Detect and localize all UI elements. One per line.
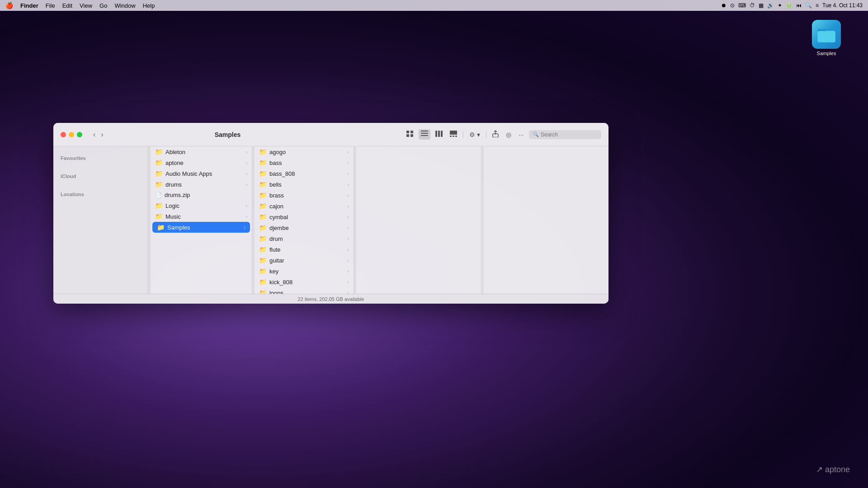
toolbar-divider — [463, 131, 463, 138]
list-item[interactable]: 📁 key › — [255, 266, 354, 277]
folder-icon: 📁 — [259, 289, 267, 294]
menu-finder[interactable]: Finder — [20, 2, 38, 9]
gallery-view-button[interactable] — [448, 129, 459, 140]
menu-view[interactable]: View — [80, 2, 92, 9]
sidebar-locations-label: Locations — [53, 188, 148, 199]
folder-icon: 📁 — [259, 148, 267, 155]
second-file-pane: 📁 agogo › 📁 bass › 📁 bass_808 › 📁 bells — [255, 146, 354, 294]
svg-rect-6 — [410, 134, 413, 137]
folder-icon: 📁 — [155, 170, 163, 177]
sidebar-favourites-label: Favourites — [53, 152, 148, 163]
share-button[interactable] — [490, 129, 501, 140]
spotlight-icon[interactable]: 🔍 — [805, 2, 812, 9]
file-name: Music — [165, 213, 181, 220]
chevron-icon: › — [244, 225, 245, 230]
list-item[interactable]: 📁 cajon › — [255, 201, 354, 211]
desktop-icon-label: Samples — [817, 51, 836, 56]
status-bar: 22 items, 202,05 GB available — [53, 294, 609, 304]
list-item[interactable]: 📁 djembe › — [255, 222, 354, 233]
file-name: key — [269, 268, 278, 275]
chevron-icon: › — [246, 171, 247, 176]
search-icon: 🔍 — [533, 131, 539, 137]
file-name: drums — [165, 181, 182, 188]
chevron-icon: › — [348, 182, 349, 187]
menu-help[interactable]: Help — [143, 2, 155, 9]
folder-icon: 📁 — [259, 235, 267, 242]
folder-icon: 📁 — [259, 192, 267, 199]
list-item[interactable]: 📁 drums › — [151, 179, 252, 190]
desktop-samples-icon[interactable]: Samples — [812, 20, 841, 56]
list-item[interactable]: 📁 Audio Music Apps › — [151, 168, 252, 179]
chevron-icon: › — [348, 215, 349, 220]
apple-logo-icon[interactable]: 🍎 — [5, 2, 13, 9]
list-item[interactable]: 📁 aptone › — [151, 157, 252, 168]
title-bar: ‹ › Samples — [53, 123, 609, 146]
list-item[interactable]: 📁 bass_808 › — [255, 168, 354, 179]
folder-icon: 📁 — [155, 202, 163, 209]
battery-icon: 🔋 — [786, 2, 793, 9]
chevron-icon: › — [348, 247, 349, 252]
chevron-icon: › — [348, 225, 349, 230]
list-item[interactable]: 📁 Ableton › — [151, 146, 252, 157]
file-name: aptone — [165, 160, 184, 166]
list-item[interactable]: 📁 kick_808 › — [255, 277, 354, 287]
chevron-icon: › — [246, 150, 247, 155]
content-area: Favourites iCloud Locations 📁 Ableton › … — [53, 146, 609, 294]
folder-icon: 📁 — [259, 159, 267, 166]
menu-file[interactable]: File — [46, 2, 55, 9]
folder-icon: 📁 — [259, 278, 267, 286]
list-item[interactable]: 📁 agogo › — [255, 146, 354, 157]
chevron-icon: › — [246, 203, 247, 208]
list-item[interactable]: 📁 brass › — [255, 190, 354, 201]
file-name: guitar — [269, 257, 284, 264]
chevron-icon: › — [348, 258, 349, 263]
file-name: kick_808 — [269, 279, 292, 286]
action-button[interactable]: ⚙ ▾ — [467, 130, 482, 140]
more-button[interactable]: ··· — [516, 130, 526, 140]
datetime-display: Tue 4. Oct 11:43 — [822, 2, 863, 9]
folder-icon: 📁 — [155, 181, 163, 188]
file-name: agogo — [269, 149, 286, 155]
chevron-icon: › — [246, 160, 247, 165]
list-item[interactable]: 📁 cymbal › — [255, 211, 354, 222]
menu-bar-left: 🍎 Finder File Edit View Go Window Help — [5, 2, 155, 9]
list-item[interactable]: 📄 drums.zip — [151, 190, 252, 200]
svg-rect-16 — [455, 136, 457, 137]
search-box[interactable]: 🔍 — [529, 130, 601, 139]
list-item[interactable]: 📁 Logic › — [151, 200, 252, 211]
svg-rect-7 — [421, 131, 428, 131]
folder-icon: 📁 — [259, 202, 267, 210]
svg-rect-5 — [406, 134, 409, 137]
file-name: flute — [269, 246, 281, 253]
menu-go[interactable]: Go — [99, 2, 107, 9]
controlcenter-icon[interactable]: ≡ — [816, 2, 819, 9]
list-item[interactable]: 📁 flute › — [255, 244, 354, 255]
column-view-button[interactable] — [433, 129, 445, 140]
svg-rect-15 — [453, 136, 454, 137]
list-item[interactable]: 📁 drum › — [255, 233, 354, 244]
list-item[interactable]: 📁 bass › — [255, 157, 354, 168]
list-item[interactable]: 📁 guitar › — [255, 255, 354, 266]
menu-window[interactable]: Window — [114, 2, 135, 9]
folder-icon: 📁 — [259, 213, 267, 221]
list-item[interactable]: 📁 loops › — [255, 287, 354, 294]
tag-button[interactable]: ◎ — [504, 130, 514, 140]
icon-view-button[interactable] — [404, 129, 416, 140]
toolbar-right: ⚙ ▾ ◎ ··· 🔍 — [404, 129, 601, 140]
samples-folder-icon — [812, 20, 841, 49]
list-view-button[interactable] — [419, 129, 430, 140]
search-input[interactable] — [541, 131, 598, 138]
svg-rect-4 — [410, 131, 413, 133]
list-item[interactable]: 📁 Music › — [151, 211, 252, 222]
svg-rect-11 — [438, 131, 440, 137]
volume-icon: 🔊 — [767, 2, 774, 9]
bluetooth-icon: ✦ — [778, 2, 782, 9]
list-item[interactable]: 📁 bells › — [255, 179, 354, 190]
list-item[interactable]: 📁 Samples › — [152, 222, 250, 233]
folder-icon: 📁 — [155, 148, 163, 155]
svg-rect-2 — [818, 31, 835, 42]
file-name: cymbal — [269, 214, 288, 221]
third-pane — [356, 146, 481, 294]
menu-edit[interactable]: Edit — [62, 2, 72, 9]
folder-icon: 📁 — [259, 246, 267, 253]
